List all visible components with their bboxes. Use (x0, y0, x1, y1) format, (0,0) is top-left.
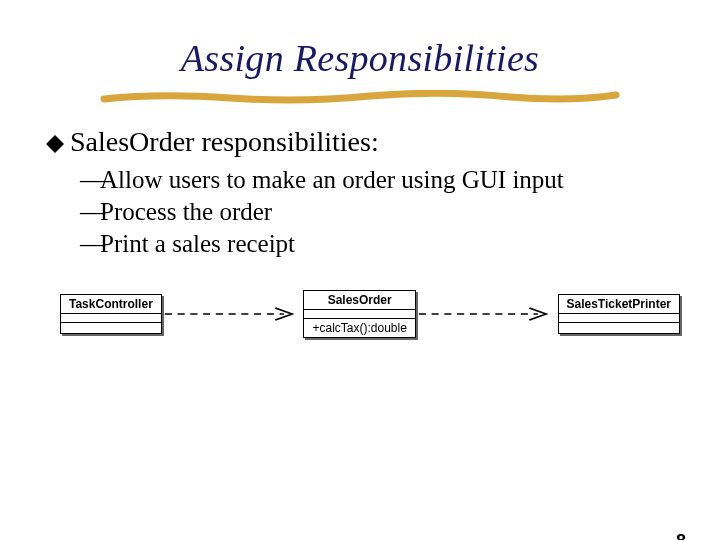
slide-title: Assign Responsibilities (0, 36, 720, 80)
uml-operations-empty (559, 323, 680, 333)
uml-class-name: SalesTicketPrinter (559, 295, 680, 314)
dash-bullet-icon: — (80, 196, 100, 228)
sub-bullet-item: — Print a sales receipt (80, 228, 680, 260)
dash-bullet-icon: — (80, 164, 100, 196)
dash-bullet-icon: — (80, 228, 100, 260)
sub-bullet-text: Process the order (100, 196, 272, 228)
title-underline (100, 90, 620, 104)
bullet-heading-text: SalesOrder responsibilities: (70, 126, 379, 158)
sub-bullet-text: Print a sales receipt (100, 228, 295, 260)
slide: Assign Responsibilities SalesOrder respo… (0, 36, 720, 540)
page-number: 8 (676, 531, 686, 540)
sub-bullet-item: — Allow users to make an order using GUI… (80, 164, 680, 196)
uml-class-name: TaskController (61, 295, 161, 314)
uml-operation: +calcTax():double (304, 319, 414, 337)
sub-bullet-list: — Allow users to make an order using GUI… (46, 164, 680, 260)
content-area: SalesOrder responsibilities: — Allow use… (0, 126, 720, 260)
sub-bullet-item: — Process the order (80, 196, 680, 228)
uml-class-salesorder: SalesOrder +calcTax():double (303, 290, 415, 338)
diamond-bullet-icon (46, 135, 64, 153)
uml-class-taskcontroller: TaskController (60, 294, 162, 334)
uml-row: TaskController SalesOrder +calcTax():dou… (60, 290, 680, 338)
uml-dependency-arrow (162, 305, 304, 323)
sub-bullet-text: Allow users to make an order using GUI i… (100, 164, 564, 196)
uml-attributes-empty (61, 314, 161, 323)
uml-dependency-arrow (416, 305, 558, 323)
uml-class-name: SalesOrder (304, 291, 414, 310)
uml-class-salesticketprinter: SalesTicketPrinter (558, 294, 681, 334)
uml-diagram: TaskController SalesOrder +calcTax():dou… (0, 290, 720, 338)
uml-operations-empty (61, 323, 161, 333)
bullet-heading-row: SalesOrder responsibilities: (46, 126, 680, 158)
uml-attributes-empty (304, 310, 414, 319)
uml-attributes-empty (559, 314, 680, 323)
svg-marker-0 (46, 135, 64, 153)
